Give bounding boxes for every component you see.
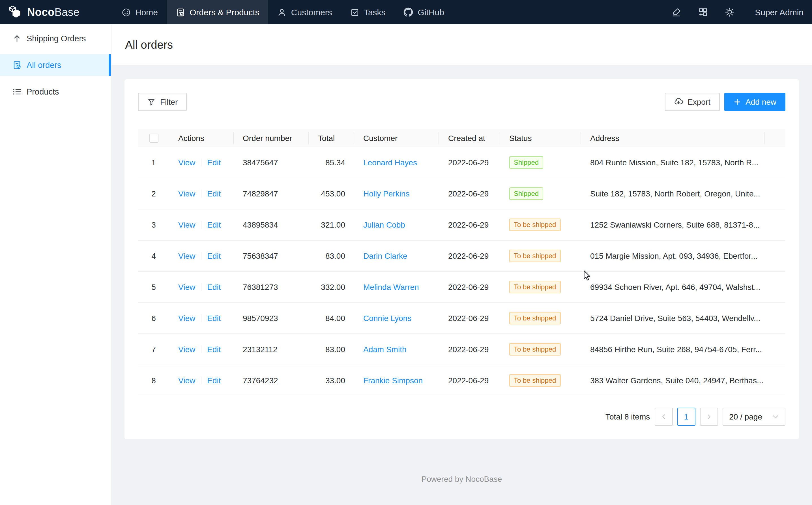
status-badge: To be shipped [509,219,560,231]
customer-cell: Connie Lyons [354,303,439,334]
gear-icon[interactable] [725,7,735,17]
order-number-cell: 74829847 [234,179,309,210]
column-header-spacer [765,129,785,148]
actions-cell: ViewEdit [169,210,234,241]
table-row: 3 ViewEdit 43895834 321.00 Julian Cobb 2… [138,210,785,241]
customer-link[interactable]: Adam Smith [363,345,407,354]
sidebar-item-products[interactable]: Products [0,81,111,103]
list-icon [12,87,21,96]
app-name: NocoBase [27,6,79,18]
customer-link[interactable]: Frankie Simpson [363,376,423,385]
table-row: 4 ViewEdit 75638347 83.00 Darin Clarke 2… [138,241,785,272]
customer-cell: Melinda Warren [354,272,439,303]
customer-cell: Holly Perkins [354,179,439,210]
spacer-cell [765,303,785,334]
nav-item-tasks[interactable]: Tasks [341,0,395,24]
order-number-cell: 98570923 [234,303,309,334]
add-new-button[interactable]: Add new [724,93,785,111]
status-badge: Shipped [509,188,543,200]
nav-item-label: Tasks [364,7,385,17]
status-badge: To be shipped [509,281,560,294]
nav-item-home[interactable]: Home [112,0,167,24]
view-link[interactable]: View [178,158,195,167]
address-cell: Suite 182, 15783, North Robert, Oregon, … [581,179,765,210]
edit-link[interactable]: Edit [207,158,221,167]
status-cell: To be shipped [500,210,581,241]
orders-table-body: 1 ViewEdit 38475647 85.34 Leonard Hayes … [138,148,785,396]
content-area: Filter Export [111,65,812,505]
created-at-cell: 2022-06-29 [439,210,500,241]
edit-link[interactable]: Edit [207,376,221,385]
blocks-plus-icon[interactable] [698,7,708,17]
customer-link[interactable]: Darin Clarke [363,251,408,261]
view-link[interactable]: View [178,220,195,229]
customer-link[interactable]: Leonard Hayes [363,158,417,167]
view-link[interactable]: View [178,376,195,385]
nav-item-customers[interactable]: Customers [269,0,341,24]
customer-cell: Adam Smith [354,334,439,365]
sidebar-item-all-orders[interactable]: All orders [0,54,111,76]
prev-page-button[interactable] [654,408,672,426]
edit-link[interactable]: Edit [207,345,221,354]
row-index: 1 [138,148,169,179]
plus-icon [733,98,741,106]
view-link[interactable]: View [178,251,195,261]
sidebar-item-shipping-orders[interactable]: Shipping Orders [0,28,111,49]
total-cell: 453.00 [309,179,354,210]
spacer-cell [765,365,785,396]
customer-link[interactable]: Holly Perkins [363,189,410,198]
page-size-select[interactable]: 20 / page [722,408,785,426]
order-number-cell: 76381273 [234,272,309,303]
customer-link[interactable]: Connie Lyons [363,314,412,323]
spacer-cell [765,241,785,272]
sidebar: Shipping Orders All orders Products [0,24,111,505]
spacer-cell [765,148,785,179]
export-button-label: Export [688,98,711,107]
nav-item-label: Home [135,7,158,17]
link-divider [201,283,202,291]
view-link[interactable]: View [178,314,195,323]
order-document-icon [176,8,185,17]
view-link[interactable]: View [178,283,195,292]
link-divider [201,346,202,354]
edit-link[interactable]: Edit [207,283,221,292]
nav-item-orders-products[interactable]: Orders & Products [167,0,269,24]
total-cell: 321.00 [309,210,354,241]
edit-link[interactable]: Edit [207,220,221,229]
order-number-cell: 38475647 [234,148,309,179]
customer-link[interactable]: Melinda Warren [363,283,419,292]
view-link[interactable]: View [178,345,195,354]
actions-cell: ViewEdit [169,272,234,303]
column-header-order-number: Order number [234,129,309,148]
status-cell: Shipped [500,148,581,179]
table-row: 2 ViewEdit 74829847 453.00 Holly Perkins… [138,179,785,210]
user-menu[interactable]: Super Admin [755,7,804,17]
select-all-checkbox[interactable] [149,134,158,143]
page-number-button[interactable]: 1 [677,408,695,426]
customer-link[interactable]: Julian Cobb [363,220,405,229]
order-number-cell: 43895834 [234,210,309,241]
page-header: All orders [111,24,812,65]
order-number-cell: 75638347 [234,241,309,272]
filter-button[interactable]: Filter [138,93,187,111]
next-page-button[interactable] [700,408,718,426]
order-number-cell: 23132112 [234,334,309,365]
table-row: 8 ViewEdit 73764232 33.00 Frankie Simpso… [138,365,785,396]
created-at-cell: 2022-06-29 [439,365,500,396]
view-link[interactable]: View [178,189,195,198]
edit-link[interactable]: Edit [207,251,221,261]
status-badge: Shipped [509,157,543,169]
edit-link[interactable]: Edit [207,189,221,198]
column-header-status: Status [500,129,581,148]
status-cell: To be shipped [500,334,581,365]
export-button[interactable]: Export [665,93,720,111]
order-document-icon [12,60,21,69]
created-at-cell: 2022-06-29 [439,272,500,303]
app-logo[interactable]: NocoBase [0,0,112,24]
nav-item-github[interactable]: GitHub [395,0,453,24]
highlighter-icon[interactable] [672,7,681,17]
add-new-button-label: Add new [746,98,776,107]
spacer-cell [765,334,785,365]
nav-item-label: Customers [291,7,332,17]
edit-link[interactable]: Edit [207,314,221,323]
